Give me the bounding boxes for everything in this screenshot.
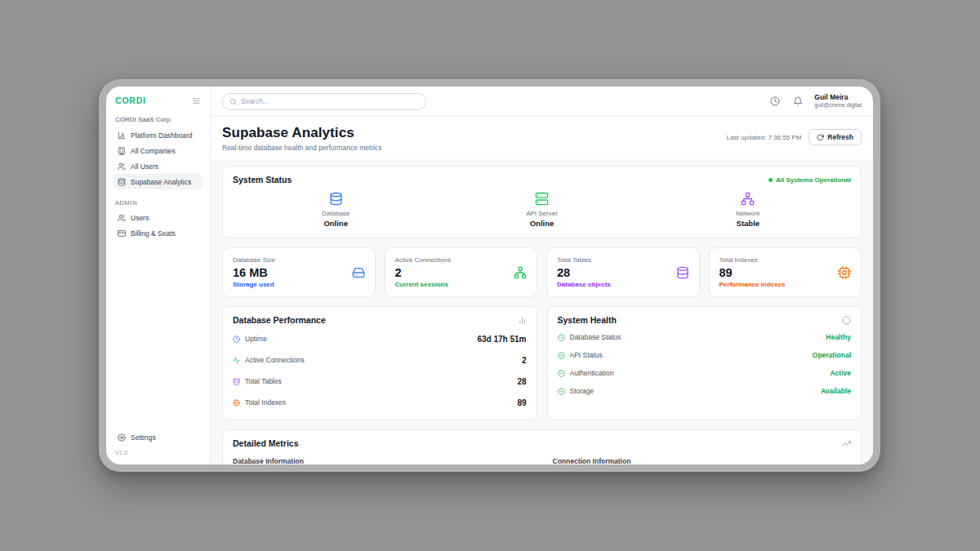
stat-value: 63d 17h 51m — [477, 335, 526, 344]
metric-value: 28 — [557, 266, 689, 279]
hard-drive-icon — [352, 266, 365, 279]
sidebar-item-users[interactable]: Users — [114, 210, 203, 225]
stat-value: 28 — [517, 377, 526, 386]
database-performance-card: Database Performance Uptime 63d 17h 51m … — [222, 306, 537, 420]
overall-status-label: All Systems Operational — [776, 176, 851, 184]
metric-value: 16 MB — [233, 266, 365, 279]
page-title: Supabase Analytics — [222, 125, 382, 141]
metric-card-total-indexes: Total Indexes 89 Performance indexes — [709, 247, 862, 297]
sidebar-item-billing-seats[interactable]: Billing & Seats — [114, 225, 203, 241]
health-label: Database Status — [570, 333, 621, 341]
health-value: Available — [821, 387, 851, 395]
gear-icon — [118, 433, 126, 442]
health-value: Healthy — [826, 333, 851, 341]
metrics-row: Database Size 16 MB Storage used Active … — [222, 247, 862, 297]
org-label: CORDI SaaS Corp. — [115, 116, 201, 123]
server-icon — [535, 192, 549, 206]
cpu-icon — [838, 266, 851, 279]
bell-icon[interactable] — [791, 95, 804, 108]
main-area: Guil Meira guil@creme.digital Supabase A… — [211, 87, 873, 464]
metric-label: Total Tables — [557, 256, 689, 264]
status-name: Database — [322, 210, 350, 217]
refresh-icon — [817, 134, 824, 141]
sidebar-item-all-users[interactable]: All Users — [114, 158, 203, 174]
database-icon — [329, 192, 343, 206]
health-label: Authentication — [570, 369, 614, 377]
app-window: CORDI CORDI SaaS Corp. Platform Dashboar… — [106, 87, 873, 464]
status-name: API Server — [526, 210, 558, 217]
database-icon — [118, 178, 126, 186]
activity-icon — [233, 357, 240, 364]
metric-label: Active Connections — [395, 256, 528, 264]
sidebar-item-all-companies[interactable]: All Companies — [114, 143, 203, 158]
status-col-network: Network Stable — [645, 192, 851, 228]
page-subtitle: Real-time database health and performanc… — [222, 144, 382, 152]
metric-label: Database Size — [233, 256, 365, 264]
users-icon — [118, 162, 126, 171]
system-status-title: System Status — [233, 175, 292, 184]
status-col-api-server: API Server Online — [439, 192, 644, 228]
sidebar-item-platform-dashboard[interactable]: Platform Dashboard — [114, 127, 203, 143]
stat-label: Active Connections — [245, 356, 305, 364]
sidebar-item-settings[interactable]: Settings — [114, 429, 203, 445]
user-email: guil@creme.digital — [814, 102, 862, 109]
app-window-frame: CORDI CORDI SaaS Corp. Platform Dashboar… — [99, 79, 880, 472]
page-header: Supabase Analytics Real-time database he… — [211, 117, 873, 159]
panels-row: Database Performance Uptime 63d 17h 51m … — [222, 306, 862, 420]
stat-label: Uptime — [245, 335, 267, 343]
stat-row-active-connections: Active Connections 2 — [233, 349, 527, 371]
metric-sublabel: Storage used — [233, 281, 365, 288]
status-value: Online — [323, 219, 348, 228]
system-health-card: System Health Database Status Healthy AP… — [547, 306, 862, 420]
sidebar-item-supabase-analytics[interactable]: Supabase Analytics — [114, 174, 203, 189]
health-value: Operational — [813, 351, 851, 359]
network-icon — [514, 266, 527, 279]
user-profile[interactable]: Guil Meira guil@creme.digital — [814, 93, 862, 109]
detailed-metrics-title: Detailed Metrics — [233, 438, 299, 448]
status-col-database: Database Online — [233, 192, 439, 228]
check-circle-icon — [558, 388, 565, 395]
bar-chart-icon — [118, 131, 126, 140]
sidebar-item-label: All Users — [131, 162, 158, 171]
stat-label: Total Tables — [245, 377, 282, 385]
brand-logo: CORDI — [115, 96, 146, 105]
stat-row-total-indexes: Total Indexes 89 — [233, 392, 527, 413]
metric-card-total-tables: Total Tables 28 Database objects — [546, 247, 700, 297]
check-circle-icon — [558, 352, 565, 359]
refresh-button[interactable]: Refresh — [808, 129, 862, 145]
stat-label: Total Indexes — [245, 398, 286, 407]
menu-icon[interactable] — [192, 96, 201, 105]
status-name: Network — [736, 210, 760, 217]
health-row-database-status: Database Status Healthy — [558, 328, 852, 346]
metric-card-database-size: Database Size 16 MB Storage used — [222, 247, 376, 297]
database-icon — [676, 266, 689, 279]
metric-card-active-connections: Active Connections 2 Current sessions — [385, 247, 538, 297]
database-information-col: Database Information Database Size: 16 M… — [233, 457, 532, 464]
health-value: Active — [830, 369, 851, 377]
last-updated: Last updated: 7:36:55 PM — [727, 134, 802, 141]
users-icon — [118, 214, 126, 222]
admin-section-label: ADMIN — [115, 199, 201, 207]
health-title: System Health — [558, 315, 617, 325]
sidebar-item-label: All Companies — [131, 147, 176, 155]
search-box[interactable] — [222, 93, 426, 110]
credit-card-icon — [118, 229, 126, 238]
metric-sublabel: Performance indexes — [719, 281, 852, 288]
trending-up-icon — [842, 439, 851, 448]
system-status-card: System Status All Systems Operational Da… — [222, 166, 862, 238]
status-value: Stable — [737, 219, 760, 228]
metric-sublabel: Current sessions — [395, 281, 528, 288]
metric-sublabel: Database objects — [557, 281, 689, 288]
performance-title: Database Performance — [233, 315, 326, 325]
clock-icon[interactable] — [768, 95, 782, 108]
refresh-label: Refresh — [827, 133, 853, 141]
connection-information-col: Connection Information Active Connection… — [553, 457, 852, 464]
search-input[interactable] — [241, 97, 419, 105]
user-name: Guil Meira — [814, 93, 862, 102]
status-dot-icon — [768, 178, 773, 182]
status-value: Online — [530, 219, 555, 228]
sidebar: CORDI CORDI SaaS Corp. Platform Dashboar… — [106, 87, 211, 464]
health-label: Storage — [570, 387, 595, 395]
search-icon — [229, 98, 237, 105]
detailed-metrics-card: Detailed Metrics Database Information Da… — [222, 429, 862, 464]
